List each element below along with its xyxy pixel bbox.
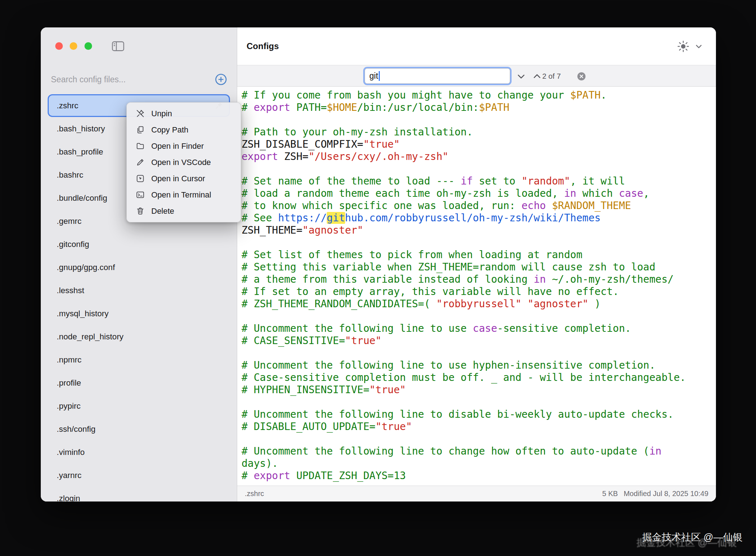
menu-item-label: Delete [151, 207, 174, 216]
code-line: # HYPHEN_INSENSITIVE="true" [242, 384, 716, 396]
context-menu: UnpinCopy PathOpen in FinderOpen in VSCo… [126, 102, 241, 222]
app-window: Search config files... .zshrc.bash_histo… [41, 27, 716, 501]
file-row-gitconfig[interactable]: .gitconfig [49, 234, 229, 255]
folder-icon [136, 142, 145, 151]
file-name: .mysql_history [57, 309, 109, 318]
file-name: .zlogin [57, 494, 80, 502]
add-config-button[interactable] [214, 73, 227, 86]
code-line [242, 236, 716, 249]
code-line: # Path to your oh-my-zsh installation. [242, 126, 716, 138]
theme-controls [677, 27, 703, 65]
menu-item-unpin[interactable]: Unpin [129, 105, 238, 122]
code-line: # Case-sensitive completion must be off.… [242, 372, 716, 384]
code-line: ZSH_THEME="agnoster" [242, 224, 716, 236]
code-line: # load a random theme each time oh-my-zs… [242, 187, 716, 200]
file-name: .gemrc [57, 217, 82, 226]
sidebar-search-placeholder: Search config files... [51, 75, 126, 84]
menu-item-label: Open in Finder [151, 142, 204, 151]
file-name: .bashrc [57, 170, 83, 180]
status-file-size: 5 KB [602, 490, 618, 498]
next-match-button[interactable] [516, 71, 526, 81]
file-name: .ssh/config [57, 425, 96, 434]
status-right: 5 KB Modified Jul 8, 2025 10:49 [602, 490, 708, 498]
watermark-ghost: 掘金技术社区 @—仙银 [636, 536, 737, 549]
titlebar: Configs [237, 27, 716, 65]
sidebar-search-field[interactable]: Search config files... [41, 65, 237, 94]
match-count: 2 of 7 [542, 65, 561, 87]
sidebar-toggle-icon[interactable] [112, 41, 125, 52]
find-input[interactable]: git [365, 68, 510, 84]
file-row-node-repl-history[interactable]: .node_repl_history [49, 326, 229, 347]
cursor-icon [136, 174, 145, 183]
file-row-lesshst[interactable]: .lesshst [49, 280, 229, 301]
menu-item-open-in-cursor[interactable]: Open in Cursor [129, 170, 238, 187]
file-name: .node_repl_history [57, 332, 123, 342]
menu-item-label: Unpin [151, 109, 172, 118]
terminal-icon [136, 190, 145, 199]
menu-item-label: Open in Cursor [151, 174, 205, 183]
text-caret [379, 71, 380, 81]
menu-item-open-in-finder[interactable]: Open in Finder [129, 138, 238, 154]
menu-item-label: Open in Terminal [151, 190, 211, 200]
menu-item-label: Copy Path [151, 125, 188, 135]
menu-item-open-in-terminal[interactable]: Open in Terminal [129, 187, 238, 203]
code-line [242, 310, 716, 322]
pencil-icon [136, 158, 145, 167]
file-name: .bash_history [57, 124, 105, 134]
brightness-icon[interactable] [677, 40, 690, 53]
file-name: .lesshst [57, 286, 84, 295]
file-row-mysql-history[interactable]: .mysql_history [49, 303, 229, 324]
code-line: export ZSH="/Users/cxy/.oh-my-zsh" [242, 151, 716, 163]
code-line: # a theme from this variable instead of … [242, 273, 716, 286]
menu-item-delete[interactable]: Delete [129, 203, 238, 219]
code-line: # export UPDATE_ZSH_DAYS=13 [242, 470, 716, 482]
code-line: days). [242, 457, 716, 470]
menu-item-copy-path[interactable]: Copy Path [129, 122, 238, 138]
page-title: Configs [237, 41, 279, 51]
file-row-viminfo[interactable]: .viminfo [49, 442, 229, 462]
previous-match-button[interactable] [532, 71, 542, 81]
code-line: # Uncomment the following line to change… [242, 445, 716, 457]
code-line: # export PATH=$HOME/bin:/usr/local/bin:$… [242, 101, 716, 114]
file-row-profile[interactable]: .profile [49, 373, 229, 393]
code-area[interactable]: # If you come from bash you might have t… [237, 87, 716, 486]
file-name: .bundle/config [57, 194, 107, 203]
menu-item-open-in-vscode[interactable]: Open in VSCode [129, 154, 238, 170]
code-line [242, 433, 716, 445]
zoom-window-button[interactable] [84, 42, 92, 50]
code-line: # CASE_SENSITIVE="true" [242, 335, 716, 347]
status-modified: Modified Jul 8, 2025 10:49 [624, 490, 708, 498]
watermark: 掘金技术社区 @—仙银 掘金技术社区 @—仙银 [642, 531, 743, 544]
code-line: # Uncomment the following line to use ca… [242, 322, 716, 335]
code-line [242, 114, 716, 126]
file-name: .yarnrc [57, 471, 82, 480]
minimize-window-button[interactable] [70, 42, 77, 50]
code-line [242, 347, 716, 359]
file-row-yarnrc[interactable]: .yarnrc [49, 465, 229, 486]
code-line: # to know which specific one was loaded,… [242, 200, 716, 212]
code-line: # See https://github.com/robbyrussell/oh… [242, 212, 716, 224]
file-name: .viminfo [57, 448, 85, 457]
code-line: # If you come from bash you might have t… [242, 89, 716, 101]
file-row-zlogin[interactable]: .zlogin [49, 488, 229, 501]
file-row-gnupg-gpg-conf[interactable]: .gnupg/gpg.conf [49, 257, 229, 278]
code-line: # ZSH_THEME_RANDOM_CANDIDATES=( "robbyru… [242, 298, 716, 310]
find-input-value: git [369, 71, 378, 81]
chevron-down-icon[interactable] [695, 42, 703, 51]
code-line [242, 163, 716, 175]
file-name: .gnupg/gpg.conf [57, 263, 115, 272]
code-line: ZSH_DISABLE_COMPFIX="true" [242, 138, 716, 151]
file-row-pypirc[interactable]: .pypirc [49, 396, 229, 416]
status-filename: .zshrc [245, 490, 264, 498]
code-line: # Uncomment the following line to disabl… [242, 408, 716, 421]
file-row-npmrc[interactable]: .npmrc [49, 349, 229, 370]
close-window-button[interactable] [55, 42, 63, 50]
pin-slash-icon [136, 109, 145, 118]
file-row-ssh-config[interactable]: .ssh/config [49, 419, 229, 439]
code-line: # Setting this variable when ZSH_THEME=r… [242, 261, 716, 273]
menu-item-label: Open in VSCode [151, 158, 211, 167]
status-bar: .zshrc 5 KB Modified Jul 8, 2025 10:49 [237, 486, 716, 501]
code-line [242, 396, 716, 408]
close-find-button[interactable] [577, 71, 586, 81]
code-line: # DISABLE_AUTO_UPDATE="true" [242, 421, 716, 433]
